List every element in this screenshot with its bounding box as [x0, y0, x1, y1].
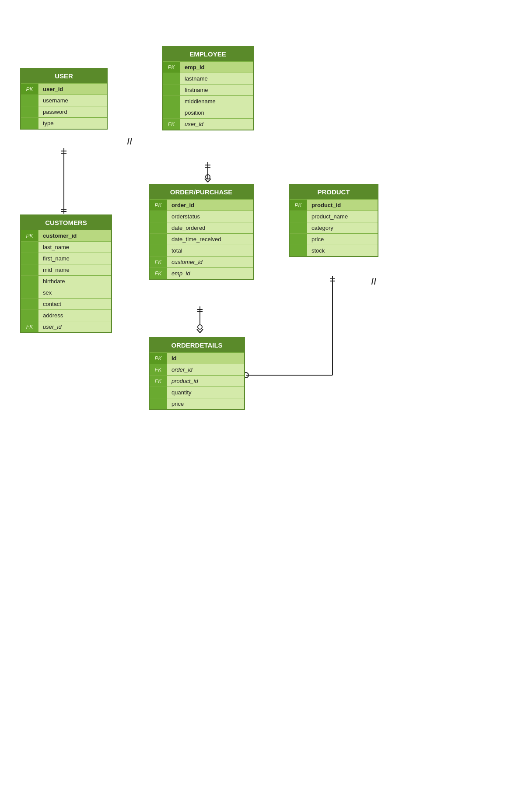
employee-middlename: middlename — [180, 96, 253, 107]
employee-table-header: EMPLOYEE — [163, 47, 253, 61]
svg-line-20 — [200, 329, 203, 333]
customers-contact-key — [21, 299, 38, 309]
product-table-header: PRODUCT — [290, 185, 378, 199]
product-name: product_name — [307, 211, 378, 222]
employee-lastname: lastname — [180, 73, 253, 84]
orderdetails-pk-key: PK — [150, 353, 167, 364]
order-purchase-table: ORDER/PURCHASE PK order_id orderstatus d… — [149, 184, 254, 280]
customers-address: address — [38, 310, 111, 321]
orderdetails-orderid-fk: order_id — [167, 364, 244, 375]
order-dateordered-key — [150, 222, 167, 233]
orderdetails-quantity-key — [150, 387, 167, 398]
order-pk-key: PK — [150, 200, 167, 211]
customers-sex-key — [21, 287, 38, 298]
employee-middlename-key — [163, 96, 180, 107]
order-datetimereceived: date_time_received — [167, 234, 253, 245]
product-price-key — [290, 234, 307, 245]
user-type: type — [38, 118, 107, 129]
svg-line-12 — [208, 179, 211, 182]
user-type-key — [21, 118, 38, 129]
customers-birthdate: birthdate — [38, 276, 111, 287]
order-total-key — [150, 245, 167, 256]
employee-pk-key: PK — [163, 62, 180, 73]
svg-point-18 — [198, 325, 202, 329]
employee-table: EMPLOYEE PK emp_id lastname firstname mi… — [162, 46, 254, 130]
customers-table-header: CUSTOMERS — [21, 215, 111, 230]
order-status: orderstatus — [167, 211, 253, 222]
user-username-key — [21, 95, 38, 106]
product-table: PRODUCT PK product_id product_name categ… — [289, 184, 378, 257]
orderdetails-fk1-key: FK — [150, 364, 167, 375]
orderdetails-header: ORDERDETAILS — [150, 338, 244, 352]
user-pk-key: PK — [21, 84, 38, 95]
order-fk1-key: FK — [150, 257, 167, 267]
employee-fk-key: FK — [163, 119, 180, 130]
customers-contact: contact — [38, 299, 111, 309]
product-category: category — [307, 222, 378, 233]
user-username: username — [38, 95, 107, 106]
orderdetails-table: ORDERDETAILS PK Id FK order_id FK produc… — [149, 337, 245, 410]
user-password-key — [21, 106, 38, 117]
order-empid-fk: emp_id — [167, 268, 253, 279]
product-category-key — [290, 222, 307, 233]
employee-userid-fk: user_id — [180, 119, 253, 130]
svg-point-10 — [206, 175, 210, 179]
employee-firstname-key — [163, 84, 180, 95]
order-fk2-key: FK — [150, 268, 167, 279]
employee-empid: emp_id — [180, 62, 253, 73]
customers-lastname-key — [21, 242, 38, 253]
svg-line-19 — [197, 329, 200, 333]
orderdetails-fk2-key: FK — [150, 376, 167, 387]
customers-customerid: customer_id — [38, 230, 111, 241]
order-orderid: order_id — [167, 200, 253, 211]
user-password: password — [38, 106, 107, 117]
order-total: total — [167, 245, 253, 256]
order-status-key — [150, 211, 167, 222]
employee-position: position — [180, 107, 253, 118]
customers-sex: sex — [38, 287, 111, 298]
customers-userid-fk: user_id — [38, 321, 111, 332]
customers-firstname: first_name — [38, 253, 111, 264]
orderdetails-quantity: quantity — [167, 387, 244, 398]
orderdetails-price-key — [150, 398, 167, 409]
product-pk-key: PK — [290, 200, 307, 211]
order-customerid-fk: customer_id — [167, 257, 253, 267]
order-dateordered: date_ordered — [167, 222, 253, 233]
orderdetails-id: Id — [167, 353, 244, 364]
customers-midname: mid_name — [38, 264, 111, 275]
user-table: USER PK user_id username password type — [20, 68, 108, 130]
product-stock: stock — [307, 245, 378, 256]
orderdetails-productid-fk: product_id — [167, 376, 244, 387]
employee-lastname-key — [163, 73, 180, 84]
customers-midname-key — [21, 264, 38, 275]
customers-fk-key: FK — [21, 321, 38, 332]
svg-line-11 — [205, 179, 208, 182]
customers-birthdate-key — [21, 276, 38, 287]
product-name-key — [290, 211, 307, 222]
svg-text:II: II — [371, 276, 376, 287]
product-price: price — [307, 234, 378, 245]
employee-firstname: firstname — [180, 84, 253, 95]
customers-lastname: last_name — [38, 242, 111, 253]
user-userid: user_id — [38, 84, 107, 95]
product-productid: product_id — [307, 200, 378, 211]
user-table-header: USER — [21, 69, 107, 83]
order-purchase-header: ORDER/PURCHASE — [150, 185, 253, 199]
customers-address-key — [21, 310, 38, 321]
customers-firstname-key — [21, 253, 38, 264]
order-datetimereceived-key — [150, 234, 167, 245]
customers-pk-key: PK — [21, 230, 38, 241]
employee-position-key — [163, 107, 180, 118]
orderdetails-price: price — [167, 398, 244, 409]
svg-text:II: II — [127, 136, 132, 147]
product-stock-key — [290, 245, 307, 256]
customers-table: CUSTOMERS PK customer_id last_name first… — [20, 214, 112, 333]
